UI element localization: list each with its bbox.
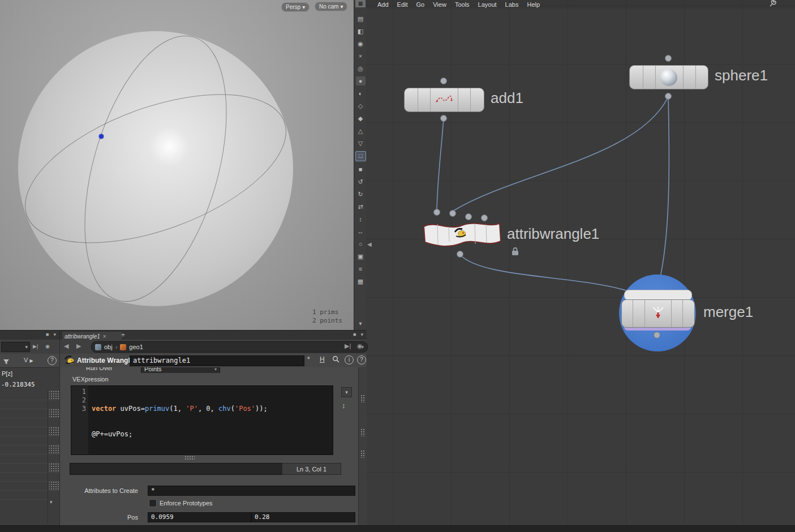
help-icon[interactable]: ?	[357, 355, 366, 364]
attributes-to-create-input[interactable]: *	[148, 486, 355, 496]
square-grid-icon[interactable]: ▤	[356, 14, 366, 23]
node-input-connector[interactable]	[665, 55, 672, 62]
network-editor[interactable]: Add Edit Go View Tools Layout Labs Help …	[366, 0, 795, 532]
row-resize-grip[interactable]	[49, 391, 59, 400]
table-row[interactable]	[0, 454, 48, 464]
pane-maximize-icon[interactable]: ■	[353, 332, 356, 337]
3d-viewport[interactable]: Persp ▾ No cam ▾ 1 prims 2 points	[0, 0, 355, 331]
node-output-connector[interactable]	[440, 115, 447, 122]
half-square-icon[interactable]: ◧	[356, 27, 366, 36]
pane-maximize-icon[interactable]: ■	[46, 332, 49, 337]
pane-edge-marker[interactable]: ◀	[367, 241, 372, 247]
row-resize-grip[interactable]	[49, 427, 59, 436]
triangle-up-icon[interactable]: △	[356, 126, 366, 135]
new-tab-button[interactable]: +	[121, 331, 125, 339]
splitter-grip[interactable]	[360, 394, 365, 402]
node-input-connector[interactable]	[449, 210, 456, 217]
camera-selector[interactable]: No cam ▾	[315, 2, 347, 11]
node-connection[interactable]	[437, 118, 444, 209]
splitter-grip[interactable]	[360, 428, 365, 436]
row-resize-grip[interactable]	[49, 463, 59, 473]
table-row[interactable]	[0, 400, 48, 409]
toolbar-overflow-arrow[interactable]: ▼	[358, 321, 363, 327]
vex-code-editor[interactable]: 1 2 3 vector uvPos=primuv(1, 'P', 0, chv…	[71, 385, 333, 455]
table-row[interactable]	[0, 427, 48, 436]
diamond-filled-icon[interactable]: ◆	[356, 114, 366, 123]
pos-x-input[interactable]: 0.0959	[148, 512, 251, 522]
pane-splitter[interactable]	[358, 367, 367, 525]
table-row[interactable]	[0, 490, 48, 500]
run-over-select[interactable]: Points ▾	[141, 367, 220, 373]
breadcrumb-obj[interactable]: obj	[104, 344, 113, 350]
square-outline-icon[interactable]: □	[355, 151, 366, 161]
node-output-connector[interactable]	[457, 251, 463, 258]
geometry-spreadsheet[interactable]: P[z] -0.218345 ▾	[0, 367, 59, 526]
editor-resize-grip[interactable]	[184, 456, 195, 460]
pane-menu-icon[interactable]: ▾	[53, 332, 56, 337]
row-resize-grip[interactable]	[49, 481, 59, 491]
perspective-selector[interactable]: Persp ▾	[281, 2, 310, 12]
node-input-connector[interactable]	[433, 209, 440, 216]
bullseye-icon[interactable]: ◎	[356, 64, 366, 73]
table-row[interactable]	[0, 418, 48, 427]
search-icon[interactable]	[332, 355, 340, 364]
preset-icon[interactable]: H	[320, 355, 325, 363]
pane-menu-icon[interactable]: ▾	[360, 332, 363, 337]
expand-editor-icon[interactable]: ↕	[342, 401, 346, 410]
diamond-outline-icon[interactable]: ◇	[356, 101, 366, 110]
breadcrumb[interactable]: obj › geo1 ▾	[91, 341, 368, 353]
info-icon[interactable]: i	[345, 355, 354, 364]
table-row[interactable]	[0, 445, 48, 454]
node-connection[interactable]	[454, 97, 668, 211]
enforce-prototypes-checkbox[interactable]	[149, 499, 157, 507]
editor-menu-button[interactable]: ▾	[341, 387, 352, 397]
triangle-down-icon[interactable]: ▽	[356, 139, 366, 148]
menu-lines-icon[interactable]: ≡	[356, 264, 366, 273]
node-attribwrangle1[interactable]	[420, 218, 503, 251]
node-merge1[interactable]	[619, 274, 696, 351]
node-connection[interactable]	[659, 97, 669, 285]
splitter-grip[interactable]	[360, 450, 365, 458]
help-icon[interactable]: ?	[48, 356, 57, 365]
close-icon[interactable]: ×	[356, 52, 366, 61]
spreadsheet-mode-select[interactable]: ▾	[1, 342, 30, 352]
pin-icon[interactable]: ▶|	[345, 342, 351, 350]
merge-node-body[interactable]	[621, 299, 695, 328]
forward-icon[interactable]: ▶	[76, 342, 81, 350]
table-row[interactable]	[0, 481, 48, 491]
node-sphere1[interactable]	[629, 65, 708, 89]
filled-circle-icon[interactable]: ●	[356, 76, 366, 85]
follow-selection-icon[interactable]: ◉	[357, 342, 363, 350]
close-icon[interactable]: ×	[103, 333, 106, 340]
keyframe-icon[interactable]: *	[307, 355, 310, 363]
shaded-grid-icon[interactable]: ▦	[356, 277, 366, 286]
undo-icon[interactable]: ↺	[356, 177, 366, 186]
node-add1[interactable]	[404, 88, 484, 112]
node-connection[interactable]	[460, 255, 628, 291]
node-input-connector[interactable]	[465, 213, 472, 220]
selected-point[interactable]	[99, 134, 104, 139]
node-name-input[interactable]: attribwrangle1	[130, 355, 304, 366]
node-output-connector[interactable]	[654, 332, 660, 338]
table-row[interactable]	[0, 391, 48, 400]
filter-funnel-icon[interactable]	[3, 357, 10, 367]
table-row[interactable]	[0, 463, 48, 473]
scroll-down-icon[interactable]: ▾	[50, 499, 53, 505]
vector-toggle[interactable]: V ▶	[24, 357, 33, 363]
table-row[interactable]	[0, 409, 48, 418]
square-dot-icon[interactable]: ▣	[356, 252, 366, 261]
square-filled-icon[interactable]: ■	[356, 165, 366, 174]
breadcrumb-geo1[interactable]: geo1	[129, 344, 143, 350]
horizontal-arrows-icon[interactable]: ↔	[356, 227, 366, 236]
node-input-connector[interactable]	[481, 214, 488, 221]
redo-icon[interactable]: ↻	[356, 190, 366, 199]
target-icon[interactable]: ◉	[356, 39, 366, 48]
follow-selection-icon[interactable]: ◉	[45, 344, 50, 349]
row-resize-grip[interactable]	[49, 409, 59, 418]
pin-icon[interactable]: ▶|	[33, 344, 38, 349]
vertical-arrows-icon[interactable]: ↕	[356, 214, 366, 224]
toolbar-top-widget[interactable]: ▦	[355, 0, 366, 7]
table-row[interactable]	[0, 436, 48, 445]
pos-y-input[interactable]: 0.28	[251, 512, 355, 522]
node-input-connector[interactable]	[440, 78, 447, 84]
